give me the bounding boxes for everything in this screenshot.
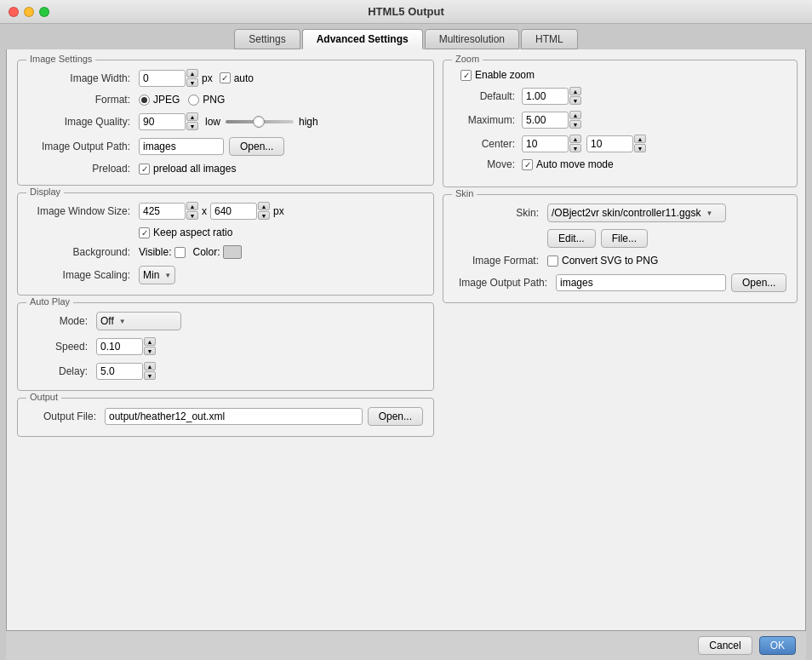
tab-multiresolution[interactable]: Multiresolution (425, 29, 519, 49)
preload-checkbox-wrap[interactable]: preload all images (139, 163, 236, 175)
tab-advanced-settings[interactable]: Advanced Settings (302, 29, 423, 49)
color-label: Color: (192, 246, 220, 258)
skin-image-output-label: Image Output Path: (454, 277, 556, 289)
jpeg-radio-wrap[interactable]: JPEG (139, 94, 180, 106)
speed-input[interactable] (96, 338, 143, 355)
auto-move-checkbox[interactable] (522, 159, 533, 170)
center-y-up[interactable]: ▲ (634, 135, 646, 143)
skin-select[interactable]: /OBject2vr skin/controller11.ggsk ▼ (547, 204, 726, 222)
mode-label: Mode: (28, 315, 96, 327)
skin-image-output-input[interactable] (556, 274, 726, 291)
image-quality-label: Image Quality: (28, 116, 139, 128)
preload-checkbox[interactable] (139, 164, 150, 175)
image-quality-input[interactable] (139, 113, 186, 130)
skin-section: Skin Skin: /OBject2vr skin/controller11.… (443, 194, 798, 303)
zoom-move-row: Move: Auto move mode (454, 158, 786, 170)
auto-checkbox[interactable] (220, 72, 231, 83)
png-radio[interactable] (188, 95, 199, 106)
delay-down[interactable]: ▼ (144, 371, 156, 380)
output-file-input[interactable] (105, 408, 363, 425)
zoom-maximum-input[interactable] (522, 112, 569, 129)
zoom-center-y-input[interactable] (586, 135, 633, 152)
zoom-default-input[interactable] (522, 88, 569, 105)
zoom-default-spinner: ▲ ▼ (569, 87, 581, 105)
maximize-button[interactable] (39, 7, 49, 17)
auto-move-wrap[interactable]: Auto move mode (522, 158, 614, 170)
quality-down[interactable]: ▼ (186, 122, 198, 130)
size-separator: x (202, 205, 207, 217)
quality-up[interactable]: ▲ (186, 112, 198, 121)
zoom-def-up[interactable]: ▲ (569, 87, 581, 95)
image-width-down[interactable]: ▼ (186, 78, 198, 87)
enable-zoom-checkbox[interactable] (460, 70, 472, 81)
window-width-spinner: ▲ ▼ (186, 202, 198, 220)
close-button[interactable] (9, 7, 19, 17)
speed-label: Speed: (28, 341, 96, 353)
speed-down[interactable]: ▼ (144, 347, 156, 355)
win-height-up[interactable]: ▲ (258, 202, 270, 210)
zoom-max-down[interactable]: ▼ (569, 120, 581, 129)
keep-aspect-checkbox[interactable] (139, 227, 150, 238)
win-width-up[interactable]: ▲ (186, 202, 198, 210)
convert-svg-wrap[interactable]: Convert SVG to PNG (547, 255, 658, 267)
image-width-up[interactable]: ▲ (186, 69, 198, 77)
zoom-max-up[interactable]: ▲ (569, 111, 581, 119)
enable-zoom-wrap[interactable]: Enable zoom (460, 69, 535, 81)
ok-button[interactable]: OK (759, 636, 796, 655)
tab-settings[interactable]: Settings (234, 29, 300, 49)
image-output-path-input[interactable] (139, 138, 224, 155)
output-file-label: Output File: (28, 410, 105, 422)
zoom-maximum-row: Maximum: ▲ ▼ (454, 111, 786, 129)
png-label: PNG (203, 94, 225, 106)
speed-spinner: ▲ ▼ (144, 337, 156, 355)
delay-label: Delay: (28, 365, 96, 377)
image-window-size-row: Image Window Size: ▲ ▼ x ▲ ▼ px (28, 202, 423, 220)
center-y-down[interactable]: ▼ (634, 144, 646, 152)
zoom-default-row: Default: ▲ ▼ (454, 87, 786, 105)
window-size-label: Image Window Size: (28, 205, 139, 217)
minimize-button[interactable] (24, 7, 34, 17)
window-width-input[interactable] (139, 203, 186, 220)
bottom-buttons-bar: Cancel OK (6, 631, 806, 660)
center-x-up[interactable]: ▲ (569, 135, 581, 143)
delay-up[interactable]: ▲ (144, 362, 156, 370)
tab-html[interactable]: HTML (521, 29, 578, 49)
win-height-down[interactable]: ▼ (258, 211, 270, 220)
window-height-input[interactable] (210, 203, 257, 220)
keep-aspect-wrap[interactable]: Keep aspect ratio (139, 227, 232, 238)
skin-row: Skin: /OBject2vr skin/controller11.ggsk … (454, 204, 786, 222)
quality-slider[interactable] (226, 120, 294, 123)
skin-edit-button[interactable]: Edit... (547, 229, 596, 248)
quality-low: low (205, 116, 220, 128)
png-radio-wrap[interactable]: PNG (188, 94, 225, 106)
auto-move-label: Auto move mode (536, 158, 614, 170)
keep-aspect-row: Keep aspect ratio (28, 227, 423, 238)
delay-spinner: ▲ ▼ (144, 362, 156, 380)
skin-open-button[interactable]: Open... (731, 273, 786, 292)
speed-row: Speed: ▲ ▼ (28, 337, 423, 355)
visible-checkbox[interactable] (174, 247, 186, 258)
zoom-center-x-input[interactable] (522, 135, 569, 152)
center-x-down[interactable]: ▼ (569, 144, 581, 152)
speed-up[interactable]: ▲ (144, 337, 156, 346)
convert-svg-checkbox[interactable] (547, 255, 558, 267)
zoom-def-down[interactable]: ▼ (569, 96, 581, 105)
skin-file-button[interactable]: File... (601, 229, 648, 248)
mode-select[interactable]: Off ▼ (96, 312, 181, 330)
color-swatch[interactable] (223, 245, 242, 259)
image-width-row: Image Width: ▲ ▼ px auto (28, 69, 423, 87)
window-controls (9, 7, 49, 17)
main-content: Image Settings Image Width: ▲ ▼ px auto … (6, 49, 806, 631)
skin-image-output-row: Image Output Path: Open... (454, 273, 786, 292)
image-scaling-select[interactable]: Min ▼ (139, 266, 175, 284)
jpeg-radio[interactable] (139, 95, 150, 106)
auto-checkbox-wrap[interactable]: auto (220, 72, 254, 84)
right-column: Zoom Enable zoom Default: ▲ ▼ Maximum: (443, 60, 798, 620)
output-open-button[interactable]: Open... (368, 407, 423, 426)
zoom-section-label: Zoom (452, 54, 483, 64)
cancel-button[interactable]: Cancel (698, 636, 752, 655)
delay-input[interactable] (96, 363, 143, 380)
image-width-input[interactable] (139, 70, 186, 87)
win-width-down[interactable]: ▼ (186, 211, 198, 220)
image-output-open-button[interactable]: Open... (229, 137, 284, 156)
